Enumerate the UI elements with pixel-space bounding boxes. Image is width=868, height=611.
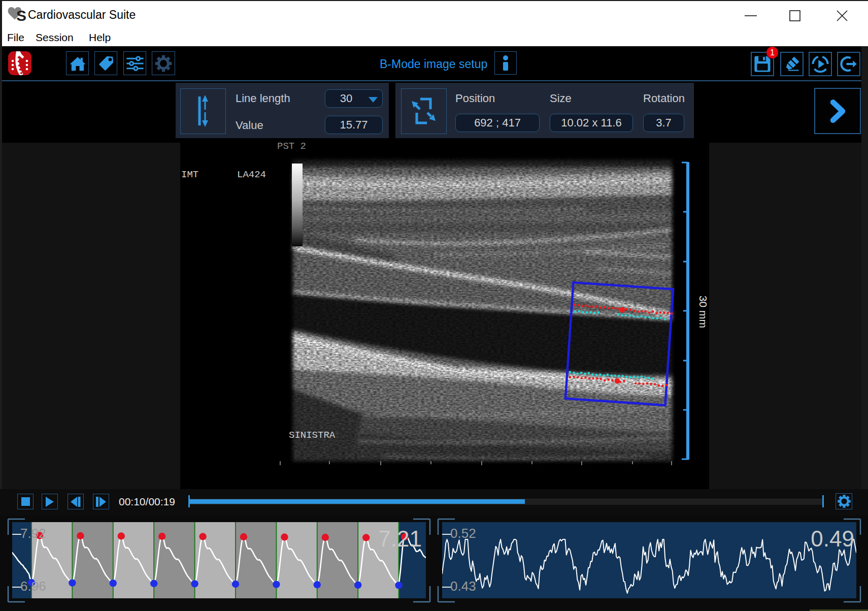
svg-text:0.52: 0.52 bbox=[450, 526, 476, 541]
svg-text:6.96: 6.96 bbox=[20, 578, 46, 594]
svg-text:S: S bbox=[16, 7, 26, 24]
svg-text:30 mm: 30 mm bbox=[697, 296, 709, 328]
svg-text:7.21: 7.21 bbox=[378, 526, 422, 551]
svg-text:IMT: IMT bbox=[181, 169, 198, 180]
svg-text:7.92: 7.92 bbox=[20, 526, 46, 541]
svg-text:PST 2: PST 2 bbox=[277, 141, 306, 152]
svg-text:0.49: 0.49 bbox=[811, 526, 854, 551]
svg-text:SINISTRA: SINISTRA bbox=[289, 430, 336, 441]
svg-text:LA424: LA424 bbox=[237, 169, 266, 180]
svg-text:0.43: 0.43 bbox=[450, 578, 476, 594]
